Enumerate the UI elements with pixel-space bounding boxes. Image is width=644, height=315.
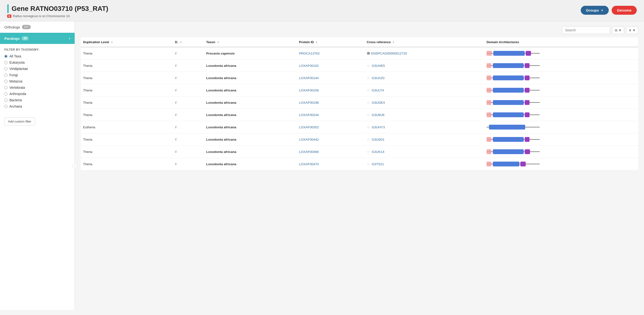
cross-ref-link[interactable]: G3TS21 bbox=[372, 162, 384, 166]
d-icon: E bbox=[175, 113, 177, 116]
col-duplication-level[interactable]: Duplication Level ⇕ bbox=[81, 37, 173, 47]
add-custom-filter-button[interactable]: Add custom filter bbox=[4, 117, 35, 125]
cross-ref-link[interactable]: G3UDE4 bbox=[372, 101, 385, 104]
cell-d: E bbox=[173, 133, 204, 146]
taxa-option-fungi[interactable]: Fungi bbox=[4, 73, 70, 77]
cross-ref-link[interactable]: G3UHY3 bbox=[372, 125, 385, 129]
cell-protein-id[interactable]: LOXAF00352 bbox=[296, 121, 364, 133]
star-icon: ☆ bbox=[367, 150, 370, 154]
grid-icon: ⊞ bbox=[615, 28, 618, 32]
sidebar-collapse-handle[interactable]: ‹ bbox=[72, 163, 78, 168]
domain-box bbox=[493, 63, 524, 68]
protein-id-link[interactable]: LOXAF00466 bbox=[299, 150, 319, 154]
cell-protein-id[interactable]: LOXAF00198 bbox=[296, 96, 364, 109]
col-cross-reference[interactable]: Cross reference ⇕ bbox=[364, 37, 484, 47]
cross-ref-link[interactable]: G3U6U6 bbox=[372, 113, 385, 117]
protein-id-link[interactable]: LOXAF00156 bbox=[299, 88, 319, 92]
cell-protein-id[interactable]: LOXAF00244 bbox=[296, 109, 364, 121]
cell-d: E bbox=[173, 146, 204, 158]
taxa-option-archaea[interactable]: Archaea bbox=[4, 104, 70, 108]
domain-box bbox=[493, 137, 524, 142]
protein-id-link[interactable]: PROCA13762 bbox=[299, 52, 320, 55]
taxa-option-metazoa[interactable]: Metazoa bbox=[4, 79, 70, 83]
cell-duplication-level: Theria bbox=[81, 133, 173, 146]
col-taxon[interactable]: Taxon ⇕ bbox=[204, 37, 296, 47]
cell-cross-reference: 🖼ENSPCAG00000012725 bbox=[364, 47, 484, 59]
taxa-option-bacteria[interactable]: Bacteria bbox=[4, 98, 70, 102]
sidebar-item-orthologs[interactable]: Orthologs 107 bbox=[0, 21, 74, 33]
domain-box bbox=[525, 100, 530, 105]
star-icon: ☆ bbox=[367, 113, 370, 117]
cell-protein-id[interactable]: LOXAF00144 bbox=[296, 72, 364, 84]
domain-box bbox=[493, 149, 524, 154]
col-d[interactable]: D. ⇕ bbox=[173, 37, 204, 47]
domain-box bbox=[486, 162, 492, 166]
cell-domain-architecture bbox=[484, 47, 638, 59]
domain-box bbox=[493, 162, 520, 166]
d-icon: E bbox=[175, 51, 177, 55]
cell-protein-id[interactable]: LOXAF00470 bbox=[296, 158, 364, 170]
cell-duplication-level: Theria bbox=[81, 146, 173, 158]
cell-taxon: Loxodonta africana bbox=[204, 158, 296, 170]
cell-protein-id[interactable]: LOXAF00102 bbox=[296, 59, 364, 72]
col-domain-architectures: Domain Architectures bbox=[484, 37, 638, 47]
cell-d: E bbox=[173, 59, 204, 72]
protein-id-link[interactable]: LOXAF00470 bbox=[299, 162, 319, 166]
cross-ref-link[interactable]: G3UAZ0 bbox=[372, 76, 385, 80]
cell-taxon: Loxodonta africana bbox=[204, 59, 296, 72]
groups-button[interactable]: Groups ▼ bbox=[581, 6, 609, 15]
error-badge: E bbox=[7, 14, 11, 18]
sort-icon: ⇕ bbox=[217, 41, 219, 44]
view-toggle-button[interactable]: ⊞ ▼ bbox=[612, 26, 624, 34]
cell-domain-architecture bbox=[484, 72, 638, 84]
d-icon: E bbox=[175, 125, 177, 129]
domain-box bbox=[493, 100, 524, 105]
taxa-option-eukaryota[interactable]: Eukaryota bbox=[4, 60, 70, 64]
cross-ref-link[interactable]: ENSPCAG00000012725 bbox=[371, 52, 407, 55]
protein-id-link[interactable]: LOXAF00102 bbox=[299, 64, 319, 67]
cross-ref-link[interactable]: G3UK14 bbox=[372, 150, 384, 154]
table-body: TheriaEProcavia capensisPROCA13762🖼ENSPC… bbox=[81, 47, 638, 170]
search-input[interactable] bbox=[562, 26, 610, 34]
domain-box bbox=[493, 112, 524, 117]
cell-protein-id[interactable]: LOXAF00466 bbox=[296, 146, 364, 158]
cross-ref-link[interactable]: G3U6D1 bbox=[372, 138, 385, 141]
domain-box bbox=[486, 100, 492, 105]
taxa-option-all-taxa[interactable]: All Taxa bbox=[4, 54, 70, 58]
protein-id-link[interactable]: LOXAF00442 bbox=[299, 138, 319, 141]
cell-protein-id[interactable]: LOXAF00442 bbox=[296, 133, 364, 146]
sort-icon: ⇕ bbox=[180, 41, 182, 44]
page-title: Gene RATNO03710 (P53_RAT) bbox=[7, 4, 108, 13]
star-icon: ☆ bbox=[367, 64, 370, 67]
filter-section: FILTER BY TAXONOMY: All Taxa Eukaryota V… bbox=[0, 44, 74, 115]
cell-d: E bbox=[173, 109, 204, 121]
cell-duplication-level: Theria bbox=[81, 47, 173, 59]
col-protein-id[interactable]: Protein ID ⇕ bbox=[296, 37, 364, 47]
domain-architecture-visual bbox=[486, 87, 540, 94]
cell-domain-architecture bbox=[484, 121, 638, 133]
protein-id-link[interactable]: LOXAF00144 bbox=[299, 76, 319, 80]
sidebar-item-paralogs[interactable]: Paralogs 29 › bbox=[0, 33, 74, 44]
cross-ref-link[interactable]: G3UHE5 bbox=[372, 64, 385, 67]
taxa-option-vertebrata[interactable]: Vertebrata bbox=[4, 86, 70, 89]
taxa-option-viridiplantae[interactable]: Viridiplantae bbox=[4, 67, 70, 71]
cell-d: E bbox=[173, 158, 204, 170]
sort-icon: ⇕ bbox=[111, 41, 113, 44]
cell-protein-id[interactable]: LOXAF00156 bbox=[296, 84, 364, 96]
domain-box bbox=[525, 63, 530, 68]
protein-id-link[interactable]: LOXAF00352 bbox=[299, 125, 319, 129]
protein-id-link[interactable]: LOXAF00244 bbox=[299, 113, 319, 117]
cell-cross-reference: ☆G3U6U6 bbox=[364, 109, 484, 121]
genome-button[interactable]: Genome bbox=[612, 6, 637, 15]
domain-architecture-visual bbox=[486, 50, 540, 57]
domain-box bbox=[486, 112, 492, 117]
cross-ref-link[interactable]: G3ULT4 bbox=[372, 88, 384, 92]
domain-box bbox=[493, 51, 525, 56]
page-header: Gene RATNO03710 (P53_RAT) E Rattus norve… bbox=[0, 0, 644, 21]
protein-id-link[interactable]: LOXAF00198 bbox=[299, 101, 319, 104]
taxa-option-arthropoda[interactable]: Arthropoda bbox=[4, 92, 70, 96]
download-button[interactable]: ⬇ ▼ bbox=[626, 26, 638, 34]
cell-protein-id[interactable]: PROCA13762 bbox=[296, 47, 364, 59]
table-row: EutheriaELoxodonta africanaLOXAF00352☆G3… bbox=[81, 121, 638, 133]
cell-duplication-level: Theria bbox=[81, 72, 173, 84]
